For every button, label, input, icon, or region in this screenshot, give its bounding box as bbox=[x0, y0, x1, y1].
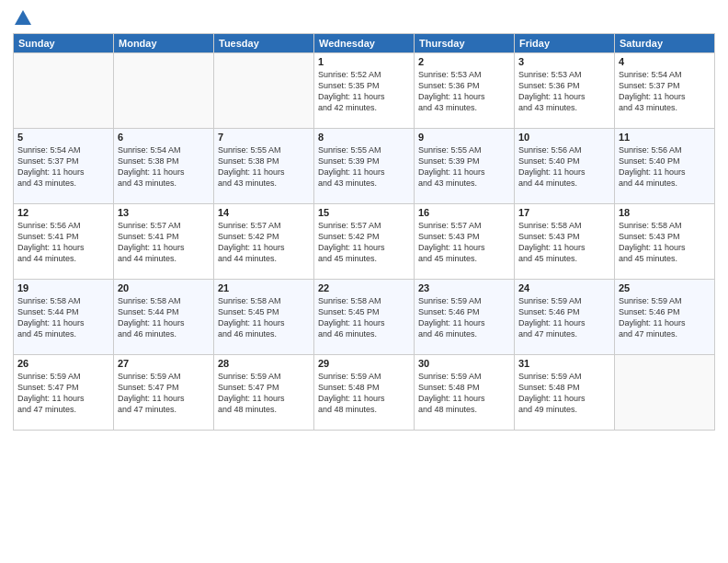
day-cell: 16Sunrise: 5:57 AM Sunset: 5:43 PM Dayli… bbox=[415, 204, 515, 280]
day-number: 1 bbox=[318, 56, 410, 67]
day-number: 26 bbox=[17, 358, 109, 369]
logo bbox=[13, 9, 31, 26]
day-number: 30 bbox=[418, 358, 510, 369]
day-info: Sunrise: 5:56 AM Sunset: 5:40 PM Dayligh… bbox=[619, 144, 711, 190]
day-number: 13 bbox=[118, 207, 210, 218]
day-info: Sunrise: 5:59 AM Sunset: 5:47 PM Dayligh… bbox=[118, 371, 210, 416]
day-info: Sunrise: 5:58 AM Sunset: 5:43 PM Dayligh… bbox=[518, 220, 610, 265]
day-number: 23 bbox=[418, 282, 510, 293]
day-number: 11 bbox=[619, 132, 711, 143]
day-info: Sunrise: 5:53 AM Sunset: 5:36 PM Dayligh… bbox=[518, 69, 610, 114]
day-cell: 28Sunrise: 5:59 AM Sunset: 5:47 PM Dayli… bbox=[214, 355, 314, 431]
day-number: 28 bbox=[218, 358, 310, 369]
day-cell: 13Sunrise: 5:57 AM Sunset: 5:41 PM Dayli… bbox=[114, 204, 214, 280]
day-number: 3 bbox=[518, 56, 610, 67]
header-row: SundayMondayTuesdayWednesdayThursdayFrid… bbox=[14, 34, 715, 53]
day-cell: 15Sunrise: 5:57 AM Sunset: 5:42 PM Dayli… bbox=[314, 204, 415, 280]
day-info: Sunrise: 5:54 AM Sunset: 5:38 PM Dayligh… bbox=[118, 144, 210, 190]
day-cell: 19Sunrise: 5:58 AM Sunset: 5:44 PM Dayli… bbox=[14, 280, 114, 355]
day-cell: 17Sunrise: 5:58 AM Sunset: 5:43 PM Dayli… bbox=[515, 204, 615, 280]
day-cell: 3Sunrise: 5:53 AM Sunset: 5:36 PM Daylig… bbox=[515, 53, 615, 129]
day-info: Sunrise: 5:55 AM Sunset: 5:38 PM Dayligh… bbox=[218, 144, 310, 190]
day-cell bbox=[615, 355, 715, 431]
day-cell: 12Sunrise: 5:56 AM Sunset: 5:41 PM Dayli… bbox=[14, 204, 114, 280]
day-info: Sunrise: 5:59 AM Sunset: 5:48 PM Dayligh… bbox=[318, 371, 410, 416]
day-number: 5 bbox=[17, 132, 109, 143]
day-info: Sunrise: 5:59 AM Sunset: 5:48 PM Dayligh… bbox=[518, 371, 610, 416]
day-info: Sunrise: 5:55 AM Sunset: 5:39 PM Dayligh… bbox=[318, 144, 410, 190]
day-number: 14 bbox=[218, 207, 310, 218]
day-cell: 18Sunrise: 5:58 AM Sunset: 5:43 PM Dayli… bbox=[615, 204, 715, 280]
day-cell: 14Sunrise: 5:57 AM Sunset: 5:42 PM Dayli… bbox=[214, 204, 314, 280]
day-number: 27 bbox=[118, 358, 210, 369]
day-info: Sunrise: 5:58 AM Sunset: 5:45 PM Dayligh… bbox=[218, 295, 310, 340]
day-info: Sunrise: 5:59 AM Sunset: 5:46 PM Dayligh… bbox=[619, 295, 711, 340]
day-cell: 31Sunrise: 5:59 AM Sunset: 5:48 PM Dayli… bbox=[515, 355, 615, 431]
day-number: 21 bbox=[218, 282, 310, 293]
page: SundayMondayTuesdayWednesdayThursdayFrid… bbox=[0, 0, 728, 563]
header-friday: Friday bbox=[515, 34, 615, 53]
day-number: 17 bbox=[518, 207, 610, 218]
day-info: Sunrise: 5:52 AM Sunset: 5:35 PM Dayligh… bbox=[318, 69, 410, 114]
day-cell: 29Sunrise: 5:59 AM Sunset: 5:48 PM Dayli… bbox=[314, 355, 415, 431]
header-wednesday: Wednesday bbox=[314, 34, 415, 53]
day-cell: 25Sunrise: 5:59 AM Sunset: 5:46 PM Dayli… bbox=[615, 280, 715, 355]
week-row-2: 12Sunrise: 5:56 AM Sunset: 5:41 PM Dayli… bbox=[14, 204, 715, 280]
header-saturday: Saturday bbox=[615, 34, 715, 53]
header-tuesday: Tuesday bbox=[214, 34, 314, 53]
day-number: 15 bbox=[318, 207, 410, 218]
day-info: Sunrise: 5:53 AM Sunset: 5:36 PM Dayligh… bbox=[418, 69, 510, 114]
day-info: Sunrise: 5:57 AM Sunset: 5:42 PM Dayligh… bbox=[318, 220, 410, 265]
day-number: 22 bbox=[318, 282, 410, 293]
logo-icon bbox=[15, 9, 31, 26]
day-info: Sunrise: 5:59 AM Sunset: 5:47 PM Dayligh… bbox=[17, 371, 109, 416]
day-cell: 6Sunrise: 5:54 AM Sunset: 5:38 PM Daylig… bbox=[114, 129, 214, 204]
day-number: 4 bbox=[619, 56, 711, 67]
day-cell: 7Sunrise: 5:55 AM Sunset: 5:38 PM Daylig… bbox=[214, 129, 314, 204]
week-row-3: 19Sunrise: 5:58 AM Sunset: 5:44 PM Dayli… bbox=[14, 280, 715, 355]
day-number: 29 bbox=[318, 358, 410, 369]
day-number: 25 bbox=[619, 282, 711, 293]
day-number: 16 bbox=[418, 207, 510, 218]
day-number: 31 bbox=[518, 358, 610, 369]
day-number: 18 bbox=[619, 207, 711, 218]
day-cell: 30Sunrise: 5:59 AM Sunset: 5:48 PM Dayli… bbox=[415, 355, 515, 431]
day-info: Sunrise: 5:58 AM Sunset: 5:45 PM Dayligh… bbox=[318, 295, 410, 340]
day-info: Sunrise: 5:57 AM Sunset: 5:43 PM Dayligh… bbox=[418, 220, 510, 265]
week-row-4: 26Sunrise: 5:59 AM Sunset: 5:47 PM Dayli… bbox=[14, 355, 715, 431]
day-cell: 10Sunrise: 5:56 AM Sunset: 5:40 PM Dayli… bbox=[515, 129, 615, 204]
day-info: Sunrise: 5:54 AM Sunset: 5:37 PM Dayligh… bbox=[17, 144, 109, 190]
day-cell bbox=[214, 53, 314, 129]
day-cell: 24Sunrise: 5:59 AM Sunset: 5:46 PM Dayli… bbox=[515, 280, 615, 355]
day-cell: 20Sunrise: 5:58 AM Sunset: 5:44 PM Dayli… bbox=[114, 280, 214, 355]
day-cell bbox=[14, 53, 114, 129]
header bbox=[13, 9, 715, 26]
week-row-0: 1Sunrise: 5:52 AM Sunset: 5:35 PM Daylig… bbox=[14, 53, 715, 129]
day-number: 7 bbox=[218, 132, 310, 143]
day-cell: 1Sunrise: 5:52 AM Sunset: 5:35 PM Daylig… bbox=[314, 53, 415, 129]
day-info: Sunrise: 5:58 AM Sunset: 5:44 PM Dayligh… bbox=[118, 295, 210, 340]
day-number: 8 bbox=[318, 132, 410, 143]
day-number: 12 bbox=[17, 207, 109, 218]
day-cell: 27Sunrise: 5:59 AM Sunset: 5:47 PM Dayli… bbox=[114, 355, 214, 431]
day-info: Sunrise: 5:58 AM Sunset: 5:43 PM Dayligh… bbox=[619, 220, 711, 265]
day-cell bbox=[114, 53, 214, 129]
day-info: Sunrise: 5:59 AM Sunset: 5:48 PM Dayligh… bbox=[418, 371, 510, 416]
day-cell: 5Sunrise: 5:54 AM Sunset: 5:37 PM Daylig… bbox=[14, 129, 114, 204]
calendar: SundayMondayTuesdayWednesdayThursdayFrid… bbox=[13, 33, 715, 431]
day-number: 6 bbox=[118, 132, 210, 143]
header-sunday: Sunday bbox=[14, 34, 114, 53]
day-number: 19 bbox=[17, 282, 109, 293]
week-row-1: 5Sunrise: 5:54 AM Sunset: 5:37 PM Daylig… bbox=[14, 129, 715, 204]
day-info: Sunrise: 5:59 AM Sunset: 5:46 PM Dayligh… bbox=[518, 295, 610, 340]
day-cell: 4Sunrise: 5:54 AM Sunset: 5:37 PM Daylig… bbox=[615, 53, 715, 129]
day-cell: 2Sunrise: 5:53 AM Sunset: 5:36 PM Daylig… bbox=[415, 53, 515, 129]
day-info: Sunrise: 5:59 AM Sunset: 5:46 PM Dayligh… bbox=[418, 295, 510, 340]
header-thursday: Thursday bbox=[415, 34, 515, 53]
day-cell: 26Sunrise: 5:59 AM Sunset: 5:47 PM Dayli… bbox=[14, 355, 114, 431]
day-number: 2 bbox=[418, 56, 510, 67]
day-info: Sunrise: 5:55 AM Sunset: 5:39 PM Dayligh… bbox=[418, 144, 510, 190]
day-info: Sunrise: 5:59 AM Sunset: 5:47 PM Dayligh… bbox=[218, 371, 310, 416]
day-cell: 9Sunrise: 5:55 AM Sunset: 5:39 PM Daylig… bbox=[415, 129, 515, 204]
day-info: Sunrise: 5:56 AM Sunset: 5:41 PM Dayligh… bbox=[17, 220, 109, 265]
